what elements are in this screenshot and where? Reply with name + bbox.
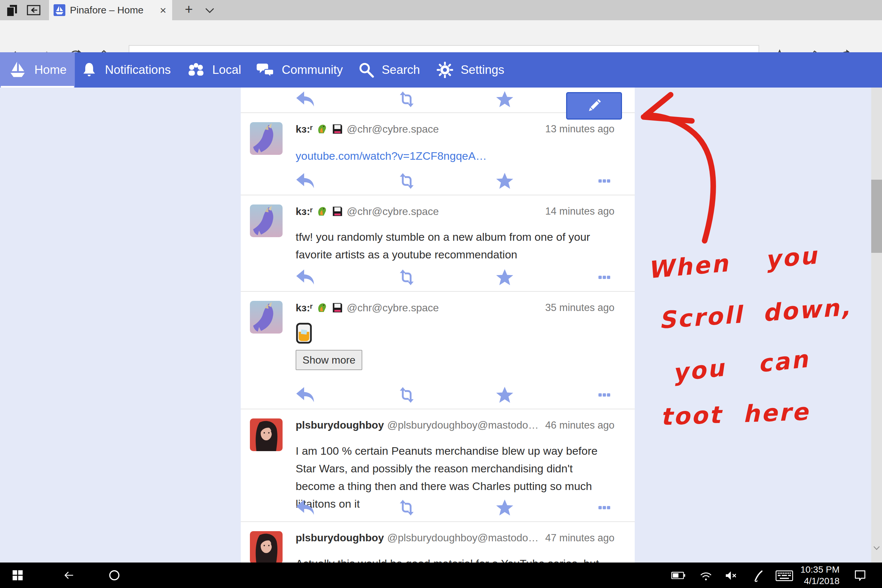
volume-muted-icon[interactable] xyxy=(724,569,738,582)
compose-toot-button[interactable] xyxy=(566,92,622,120)
toot: kɜ:ʳ @chr@cybre.space 13 minutes ago you… xyxy=(241,114,635,195)
boost-icon[interactable] xyxy=(396,498,417,517)
tab-list-chevron-icon[interactable] xyxy=(203,5,216,16)
toot-body: youtube.com/watch?v=1ZCF8ngqeA… xyxy=(296,147,612,165)
toot-text: tfw! you randomly stumble on a new album… xyxy=(296,228,612,263)
toot: kɜ:ʳ @chr@cybre.space 14 minutes ago tfw… xyxy=(241,196,635,292)
display-name[interactable]: kɜ:ʳ xyxy=(296,123,313,135)
browser-tab-bar: Pinafore – Home × + xyxy=(0,0,882,20)
nav-label-local: Local xyxy=(212,63,241,77)
chat-bubbles-icon xyxy=(256,62,274,78)
dragon-emoji-icon xyxy=(316,123,328,135)
taskbar-clock[interactable]: 10:35 PM 4/1/2018 xyxy=(787,564,840,587)
reply-icon[interactable] xyxy=(295,172,316,190)
avatar[interactable] xyxy=(250,531,283,562)
reply-icon[interactable] xyxy=(295,90,316,108)
toot-timestamp[interactable]: 13 minutes ago xyxy=(545,123,615,135)
toot-header: plsburydoughboy @plsburydoughboy@mastodo… xyxy=(296,419,615,431)
toot-actions xyxy=(241,172,635,190)
account-handle[interactable]: @chr@cybre.space xyxy=(346,123,439,135)
toot-timestamp[interactable]: 46 minutes ago xyxy=(545,420,615,431)
nav-item-community[interactable]: Community xyxy=(254,52,345,87)
woman-avatar-image xyxy=(250,531,283,562)
boost-icon[interactable] xyxy=(396,90,417,108)
toot-divider xyxy=(241,195,635,195)
toot: kɜ:ʳ @chr@cybre.space 35 minutes ago xyxy=(241,292,635,410)
boost-icon[interactable] xyxy=(396,386,417,404)
nav-label-community: Community xyxy=(282,63,343,77)
action-center-icon[interactable] xyxy=(853,569,867,582)
account-handle[interactable]: @chr@cybre.space xyxy=(346,302,439,314)
avatar[interactable] xyxy=(250,301,283,333)
start-button[interactable] xyxy=(11,569,24,582)
more-options-icon[interactable] xyxy=(596,172,613,190)
toot-actions xyxy=(241,268,635,286)
scrollbar-down-arrow-icon[interactable] xyxy=(873,545,881,551)
tab-preview-icon[interactable] xyxy=(26,4,41,16)
screen: Pinafore – Home × + htt xyxy=(0,0,882,588)
nav-label-home: Home xyxy=(34,63,67,77)
cortana-button[interactable] xyxy=(108,569,121,582)
clock-date: 4/1/2018 xyxy=(787,575,840,587)
show-more-button[interactable]: Show more xyxy=(296,350,362,370)
people-icon xyxy=(187,62,205,78)
toot-timestamp[interactable]: 47 minutes ago xyxy=(545,532,615,544)
display-name[interactable]: plsburydoughboy xyxy=(296,532,384,544)
taskbar-back-button[interactable] xyxy=(62,569,75,582)
toot-header: kɜ:ʳ @chr@cybre.space 13 minutes ago xyxy=(296,123,615,135)
more-options-icon[interactable] xyxy=(596,386,613,404)
account-handle[interactable]: @plsburydoughboy@mastodon.s… xyxy=(387,419,542,431)
toot-timestamp[interactable]: 35 minutes ago xyxy=(545,302,615,314)
favorite-star-icon[interactable] xyxy=(495,268,514,286)
windows-taskbar: 10:35 PM 4/1/2018 xyxy=(0,562,882,588)
account-handle[interactable]: @chr@cybre.space xyxy=(346,206,439,218)
avatar[interactable] xyxy=(250,122,283,155)
display-name[interactable]: kɜ:ʳ xyxy=(296,206,313,218)
wifi-icon[interactable] xyxy=(699,569,713,582)
dragon-emoji-icon xyxy=(316,205,328,218)
reply-icon[interactable] xyxy=(295,498,316,517)
nav-item-home[interactable]: Home xyxy=(0,52,75,87)
toot-link[interactable]: youtube.com/watch?v=1ZCF8ngqeA… xyxy=(296,150,487,162)
timeline-feed: kɜ:ʳ @chr@cybre.space 13 minutes ago you… xyxy=(241,87,635,562)
nav-item-local[interactable]: Local xyxy=(183,52,245,87)
favorite-star-icon[interactable] xyxy=(495,498,514,517)
avatar[interactable] xyxy=(250,204,283,237)
favorite-star-icon[interactable] xyxy=(495,90,514,108)
dragon-avatar-image xyxy=(250,204,283,237)
scrollbar-thumb[interactable] xyxy=(871,180,882,253)
account-handle[interactable]: @plsburydoughboy@mastodon.s… xyxy=(387,532,542,544)
toot-actions xyxy=(241,498,635,517)
more-options-icon[interactable] xyxy=(596,498,613,517)
tumbler-glass-emoji-icon xyxy=(296,322,313,344)
pinafore-favicon xyxy=(54,4,65,16)
toot-divider xyxy=(241,291,635,292)
new-tab-button[interactable]: + xyxy=(182,0,196,20)
nav-item-notifications[interactable]: Notifications xyxy=(77,52,175,87)
nav-item-search[interactable]: Search xyxy=(356,52,422,87)
toot-header: kɜ:ʳ @chr@cybre.space 14 minutes ago xyxy=(296,205,615,218)
pen-settings-icon[interactable] xyxy=(751,569,765,582)
reply-icon[interactable] xyxy=(295,386,316,404)
favorite-star-icon[interactable] xyxy=(495,386,514,404)
gear-icon xyxy=(436,62,453,78)
toot-timestamp[interactable]: 14 minutes ago xyxy=(545,206,615,217)
set-aside-tabs-icon[interactable] xyxy=(5,4,20,16)
toot-divider xyxy=(241,409,635,410)
display-name[interactable]: plsburydoughboy xyxy=(296,419,384,431)
scrollbar-track[interactable] xyxy=(871,87,882,562)
floppy-disk-emoji-icon xyxy=(332,123,344,135)
browser-tab[interactable]: Pinafore – Home × xyxy=(49,0,172,20)
more-options-icon[interactable] xyxy=(596,268,613,286)
battery-icon[interactable] xyxy=(670,570,686,581)
avatar[interactable] xyxy=(250,418,283,451)
tab-close-icon[interactable]: × xyxy=(160,4,166,16)
favorite-star-icon[interactable] xyxy=(495,172,514,190)
boost-icon[interactable] xyxy=(396,172,417,190)
boost-icon[interactable] xyxy=(396,268,417,286)
display-name[interactable]: kɜ:ʳ xyxy=(296,302,313,314)
reply-icon[interactable] xyxy=(295,268,316,286)
toot-text: Actually this would be good material for… xyxy=(296,555,612,562)
floppy-disk-emoji-icon xyxy=(332,206,344,217)
nav-item-settings[interactable]: Settings xyxy=(435,52,506,87)
